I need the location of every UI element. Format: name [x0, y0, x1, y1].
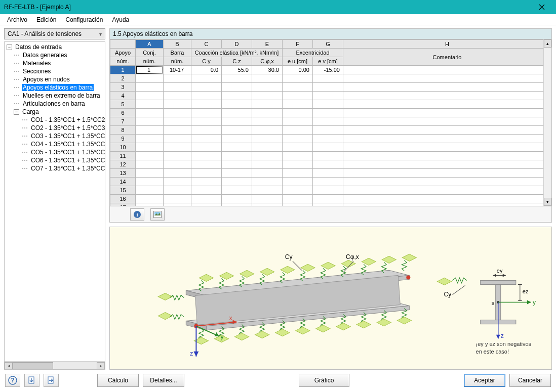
cell[interactable]: 17 — [110, 203, 136, 207]
cell[interactable] — [222, 92, 252, 100]
cell[interactable] — [313, 100, 343, 109]
scroll-right-icon[interactable]: ▸ — [97, 362, 105, 369]
table-row[interactable]: 2 — [110, 74, 551, 83]
cell[interactable] — [191, 186, 222, 195]
cell[interactable] — [313, 195, 343, 203]
table-row[interactable]: 17 — [110, 203, 551, 207]
col-letter-g[interactable]: G — [313, 40, 343, 49]
tree-co2[interactable]: CO2 - 1.35*CC1 + 1.5*CC3 + — [30, 124, 105, 132]
cell[interactable] — [191, 203, 222, 207]
cell[interactable] — [252, 126, 283, 135]
cell[interactable]: 3 — [110, 83, 136, 92]
table-row[interactable]: 9 — [110, 135, 551, 143]
cell[interactable] — [222, 203, 252, 207]
cell[interactable] — [164, 100, 191, 109]
cell[interactable] — [191, 178, 222, 186]
export-2-button[interactable] — [44, 374, 59, 387]
calc-button[interactable]: Cálculo — [97, 374, 139, 387]
table-row[interactable]: 8 — [110, 126, 551, 135]
cell[interactable] — [343, 178, 551, 186]
cell[interactable] — [136, 203, 164, 207]
cell[interactable]: 1 — [136, 66, 164, 74]
cell[interactable] — [191, 152, 222, 160]
cell[interactable] — [313, 92, 343, 100]
cell[interactable] — [283, 126, 313, 135]
table-row[interactable]: 6 — [110, 109, 551, 117]
cell[interactable] — [136, 117, 164, 126]
tree-co4[interactable]: CO4 - 1.35*CC1 + 1.35*CC2 + — [30, 141, 105, 148]
cell[interactable]: -15.00 — [313, 66, 343, 74]
cell[interactable] — [191, 109, 222, 117]
cell[interactable] — [191, 74, 222, 83]
cell[interactable] — [252, 203, 283, 207]
close-button[interactable] — [532, 0, 552, 14]
tree-materiales[interactable]: Materiales — [22, 60, 52, 67]
cell[interactable] — [283, 178, 313, 186]
cell[interactable]: 11 — [110, 152, 136, 160]
cell[interactable] — [191, 169, 222, 178]
cell[interactable] — [191, 117, 222, 126]
cell[interactable]: 7 — [110, 117, 136, 126]
cell[interactable] — [164, 74, 191, 83]
cell[interactable]: 15 — [110, 186, 136, 195]
navigation-tree[interactable]: −Datos de entrada ⋯Datos generales ⋯Mate… — [5, 42, 105, 183]
cell[interactable] — [222, 135, 252, 143]
cell[interactable] — [164, 178, 191, 186]
col-letter-c[interactable]: C — [191, 40, 222, 49]
cell[interactable] — [136, 83, 164, 92]
col-letter-f[interactable]: F — [283, 40, 313, 49]
col-letter-a[interactable]: A — [136, 40, 164, 49]
cell[interactable] — [343, 92, 551, 100]
cell[interactable]: 10-17 — [164, 66, 191, 74]
tree-co1[interactable]: CO1 - 1.35*CC1 + 1.5*CC2 + — [30, 116, 105, 123]
details-button[interactable]: Detalles... — [143, 374, 184, 387]
cell[interactable] — [343, 135, 551, 143]
tree-apoyos-nudos[interactable]: Apoyos en nudos — [22, 76, 71, 83]
cell[interactable]: 30.0 — [252, 66, 283, 74]
tree-co7[interactable]: CO7 - 1.35*CC1 + 1.35*CC2 + — [30, 165, 105, 172]
cell[interactable] — [164, 160, 191, 169]
cell[interactable]: 0.00 — [283, 66, 313, 74]
cell[interactable] — [222, 74, 252, 83]
cell[interactable] — [343, 186, 551, 195]
cell[interactable] — [222, 109, 252, 117]
cell[interactable] — [191, 160, 222, 169]
cell[interactable] — [164, 126, 191, 135]
cell[interactable]: 13 — [110, 169, 136, 178]
cell[interactable] — [191, 126, 222, 135]
cell[interactable] — [252, 195, 283, 203]
tree-root[interactable]: Datos de entrada — [14, 43, 63, 51]
cell[interactable] — [313, 152, 343, 160]
cell[interactable] — [222, 186, 252, 195]
cell[interactable] — [283, 83, 313, 92]
cell[interactable] — [136, 143, 164, 152]
cell[interactable] — [222, 126, 252, 135]
cell[interactable] — [164, 169, 191, 178]
table-row[interactable]: 15 — [110, 186, 551, 195]
table-row[interactable]: 3 — [110, 83, 551, 92]
cell[interactable]: 6 — [110, 109, 136, 117]
cell[interactable]: 16 — [110, 195, 136, 203]
cell[interactable] — [343, 203, 551, 207]
cell[interactable] — [136, 126, 164, 135]
cell[interactable] — [283, 160, 313, 169]
cancel-button[interactable]: Cancelar — [509, 374, 551, 387]
cell[interactable] — [343, 160, 551, 169]
col-letter-e[interactable]: E — [252, 40, 283, 49]
cell[interactable]: 12 — [110, 160, 136, 169]
menu-configuracion[interactable]: Configuración — [61, 15, 107, 24]
tree-articulaciones[interactable]: Articulaciones en barra — [22, 100, 86, 107]
cell[interactable] — [283, 117, 313, 126]
cell[interactable] — [191, 135, 222, 143]
scroll-up-icon[interactable]: ▴ — [544, 39, 551, 48]
cell[interactable] — [313, 135, 343, 143]
cell[interactable] — [136, 109, 164, 117]
menu-archivo[interactable]: Archivo — [3, 15, 31, 24]
cell[interactable]: 2 — [110, 74, 136, 83]
cell[interactable] — [136, 186, 164, 195]
table-row[interactable]: 13 — [110, 169, 551, 178]
cell[interactable] — [222, 195, 252, 203]
col-letter-b[interactable]: B — [164, 40, 191, 49]
cell[interactable]: 55.0 — [222, 66, 252, 74]
cell[interactable] — [283, 186, 313, 195]
